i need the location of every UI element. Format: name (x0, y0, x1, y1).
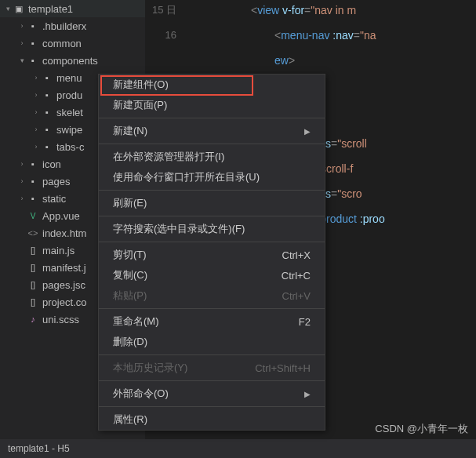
gutter-line: 16 (145, 25, 176, 50)
folder-icon: ▪ (41, 125, 53, 134)
menu-separator (99, 354, 325, 355)
menu-item-paste: 粘贴(P)Ctrl+V (99, 285, 325, 306)
menu-item-new-page[interactable]: 新建页面(P) (99, 95, 325, 115)
chevron-right-icon: ▶ (304, 127, 311, 136)
tree-label: index.htm (42, 227, 86, 239)
folder-icon: ▪ (41, 90, 53, 100)
folder-icon: ▪ (27, 21, 39, 31)
menu-shortcut: Ctrl+X (282, 249, 311, 261)
context-menu: 新建组件(O)新建页面(P)新建(N)▶在外部资源管理器打开(I)使用命令行窗口… (98, 74, 325, 431)
chevron-down-icon: ▾ (17, 56, 27, 64)
chevron-right-icon: › (31, 125, 41, 133)
tree-label: project.co (42, 296, 86, 308)
code-line: <view v-for="nav in m (188, 0, 476, 25)
folder-icon: ▪ (27, 38, 39, 48)
menu-label: 新建页面(P) (113, 98, 167, 112)
scss-icon: ♪ (27, 314, 39, 324)
menu-item-new-component[interactable]: 新建组件(O) (99, 75, 325, 95)
tree-label: .hbuilderx (42, 20, 86, 32)
tree-label: pages.jsc (42, 279, 85, 291)
menu-separator (99, 406, 325, 407)
chevron-right-icon: ▶ (304, 390, 311, 398)
code-line: ew> (188, 50, 476, 75)
menu-item-open-ext[interactable]: 在外部资源管理器打开(I) (99, 147, 325, 167)
menu-label: 外部命令(O) (113, 387, 169, 401)
tree-label: manifest.j (42, 262, 86, 274)
menu-separator (99, 144, 325, 144)
menu-separator (99, 216, 325, 216)
menu-shortcut: F2 (299, 316, 311, 328)
menu-label: 本地历史记录(Y) (113, 361, 187, 375)
menu-label: 新建(N) (113, 124, 147, 138)
menu-label: 粘贴(P) (113, 289, 147, 303)
chevron-right-icon: › (17, 22, 27, 30)
menu-item-rename[interactable]: 重命名(M)F2 (99, 311, 325, 332)
chevron-right-icon: › (31, 74, 41, 82)
menu-item-ext-cmd[interactable]: 外部命令(O)▶ (99, 383, 325, 404)
menu-label: 使用命令行窗口打开所在目录(U) (113, 170, 260, 184)
menu-shortcut: Ctrl+C (282, 270, 311, 282)
menu-item-props[interactable]: 属性(R) (99, 409, 325, 430)
chevron-right-icon: › (31, 91, 41, 99)
tree-item-common[interactable]: ›▪common (0, 35, 145, 52)
folder-icon: ▪ (41, 142, 53, 151)
folder-icon: ▪ (41, 107, 53, 117)
chevron-right-icon: › (31, 108, 41, 116)
tree-root[interactable]: ▾ ▣ template1 (0, 0, 145, 17)
menu-label: 字符搜索(选中目录或文件)(F) (113, 222, 245, 236)
menu-label: 剪切(T) (113, 248, 147, 262)
tree-label: template1 (28, 3, 73, 15)
chevron-right-icon: › (17, 177, 27, 185)
menu-label: 复制(C) (113, 268, 147, 282)
chevron-down-icon: ▾ (3, 5, 13, 13)
json-icon: [] (27, 263, 39, 272)
json-icon: [] (27, 297, 39, 307)
chevron-right-icon: › (17, 39, 27, 47)
gutter-line: 15 日 (145, 0, 176, 25)
menu-shortcut: Ctrl+Shift+H (255, 362, 311, 374)
menu-label: 新建组件(O) (113, 78, 169, 92)
json-icon: [] (27, 280, 39, 289)
menu-item-search[interactable]: 字符搜索(选中目录或文件)(F) (99, 219, 325, 239)
folder-icon: ▪ (27, 194, 39, 203)
tree-label: swipe (56, 124, 82, 136)
app-icon: ▣ (13, 4, 25, 14)
tree-label: tabs-c (56, 141, 84, 153)
tree-item-components[interactable]: ▾▪components (0, 52, 145, 69)
menu-shortcut: Ctrl+V (282, 290, 311, 302)
menu-item-copy[interactable]: 复制(C)Ctrl+C (99, 265, 325, 285)
tree-label: menu (56, 72, 82, 84)
code-icon: <> (27, 228, 39, 238)
menu-separator (99, 380, 325, 381)
status-text: template1 - H5 (8, 443, 70, 454)
menu-item-delete[interactable]: 删除(D) (99, 332, 325, 352)
folder-icon: ▪ (41, 73, 53, 82)
tree-label: pages (42, 176, 70, 187)
folder-icon: ▪ (27, 176, 39, 186)
menu-separator (99, 308, 325, 309)
menu-item-new[interactable]: 新建(N)▶ (99, 121, 325, 141)
tree-label: skelet (56, 107, 83, 118)
tree-label: produ (56, 89, 82, 101)
status-bar: template1 - H5 (0, 439, 476, 458)
line-gutter: 15 日 16 (145, 0, 184, 55)
tree-label: uni.scss (42, 314, 79, 325)
vue-icon: V (27, 212, 39, 220)
chevron-right-icon: › (17, 160, 27, 168)
menu-item-open-cmd[interactable]: 使用命令行窗口打开所在目录(U) (99, 167, 325, 187)
tree-item-.hbuilderx[interactable]: ›▪.hbuilderx (0, 17, 145, 35)
chevron-right-icon: › (17, 194, 27, 202)
menu-item-cut[interactable]: 剪切(T)Ctrl+X (99, 245, 325, 265)
menu-item-refresh[interactable]: 刷新(E) (99, 193, 325, 213)
chevron-right-icon: › (31, 143, 41, 151)
menu-label: 删除(D) (113, 335, 147, 349)
tree-label: icon (42, 158, 61, 170)
menu-separator (99, 242, 325, 242)
brace-icon: [] (27, 245, 39, 255)
tree-label: components (42, 55, 98, 67)
folder-icon: ▪ (27, 56, 39, 65)
tree-label: static (42, 193, 66, 205)
menu-label: 在外部资源管理器打开(I) (113, 150, 224, 164)
menu-label: 刷新(E) (113, 196, 147, 210)
menu-separator (99, 118, 325, 118)
